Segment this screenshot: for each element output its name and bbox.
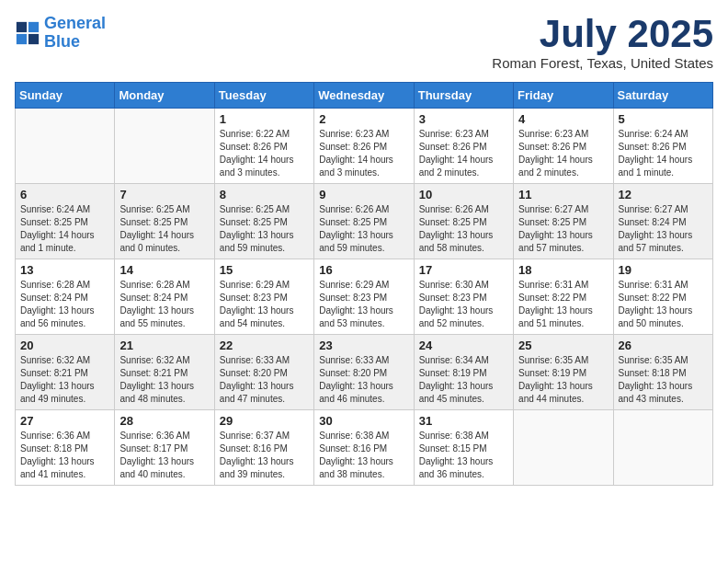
day-info: Sunrise: 6:38 AM Sunset: 8:16 PM Dayligh…	[319, 430, 408, 481]
weekday-header-saturday: Saturday	[613, 83, 712, 109]
calendar-day-cell: 4Sunrise: 6:23 AM Sunset: 8:26 PM Daylig…	[514, 109, 613, 184]
calendar-day-cell: 11Sunrise: 6:27 AM Sunset: 8:25 PM Dayli…	[514, 184, 613, 259]
calendar-day-cell: 3Sunrise: 6:23 AM Sunset: 8:26 PM Daylig…	[414, 109, 513, 184]
day-info: Sunrise: 6:28 AM Sunset: 8:24 PM Dayligh…	[119, 279, 209, 330]
day-info: Sunrise: 6:23 AM Sunset: 8:26 PM Dayligh…	[419, 128, 508, 179]
day-number: 16	[319, 263, 408, 277]
day-number: 25	[518, 339, 608, 352]
day-info: Sunrise: 6:28 AM Sunset: 8:24 PM Dayligh…	[20, 279, 109, 330]
location: Roman Forest, Texas, United States	[492, 55, 713, 71]
day-info: Sunrise: 6:34 AM Sunset: 8:19 PM Dayligh…	[419, 354, 508, 406]
svg-rect-0	[17, 22, 27, 32]
day-number: 6	[20, 188, 109, 201]
day-number: 7	[119, 188, 209, 201]
logo-line1: General	[44, 14, 106, 32]
day-number: 13	[20, 263, 109, 277]
calendar-day-cell: 28Sunrise: 6:36 AM Sunset: 8:17 PM Dayli…	[115, 410, 214, 486]
calendar-week-row: 27Sunrise: 6:36 AM Sunset: 8:18 PM Dayli…	[16, 410, 713, 486]
logo-text: General Blue	[44, 15, 106, 52]
day-info: Sunrise: 6:30 AM Sunset: 8:23 PM Dayligh…	[419, 279, 508, 330]
day-number: 19	[619, 263, 708, 277]
weekday-header-monday: Monday	[115, 83, 214, 109]
day-info: Sunrise: 6:26 AM Sunset: 8:25 PM Dayligh…	[419, 203, 508, 255]
day-info: Sunrise: 6:23 AM Sunset: 8:26 PM Dayligh…	[319, 128, 408, 179]
svg-rect-2	[17, 34, 27, 44]
calendar-day-cell: 16Sunrise: 6:29 AM Sunset: 8:23 PM Dayli…	[314, 259, 414, 335]
day-info: Sunrise: 6:27 AM Sunset: 8:24 PM Dayligh…	[619, 203, 708, 255]
month-title: July 2025	[492, 15, 713, 53]
day-info: Sunrise: 6:26 AM Sunset: 8:25 PM Dayligh…	[319, 203, 408, 255]
calendar-day-cell: 31Sunrise: 6:38 AM Sunset: 8:15 PM Dayli…	[414, 410, 513, 486]
day-number: 30	[319, 414, 408, 428]
day-number: 5	[619, 112, 708, 126]
calendar-week-row: 6Sunrise: 6:24 AM Sunset: 8:25 PM Daylig…	[16, 184, 713, 259]
day-info: Sunrise: 6:29 AM Sunset: 8:23 PM Dayligh…	[319, 279, 408, 330]
calendar-day-cell: 12Sunrise: 6:27 AM Sunset: 8:24 PM Dayli…	[613, 184, 712, 259]
calendar-day-cell: 6Sunrise: 6:24 AM Sunset: 8:25 PM Daylig…	[16, 184, 115, 259]
day-info: Sunrise: 6:36 AM Sunset: 8:18 PM Dayligh…	[20, 430, 109, 481]
day-number: 8	[220, 188, 309, 201]
day-number: 2	[319, 112, 408, 126]
day-info: Sunrise: 6:23 AM Sunset: 8:26 PM Dayligh…	[518, 128, 608, 179]
day-number: 26	[619, 339, 708, 352]
calendar-day-cell: 1Sunrise: 6:22 AM Sunset: 8:26 PM Daylig…	[214, 109, 313, 184]
calendar-day-cell	[115, 109, 214, 184]
day-number: 28	[119, 414, 209, 428]
day-info: Sunrise: 6:32 AM Sunset: 8:21 PM Dayligh…	[20, 354, 109, 406]
svg-rect-3	[28, 34, 39, 44]
day-number: 1	[220, 112, 309, 126]
calendar-day-cell: 30Sunrise: 6:38 AM Sunset: 8:16 PM Dayli…	[314, 410, 414, 486]
day-info: Sunrise: 6:24 AM Sunset: 8:26 PM Dayligh…	[619, 128, 708, 179]
calendar-day-cell: 26Sunrise: 6:35 AM Sunset: 8:18 PM Dayli…	[613, 335, 712, 410]
calendar-day-cell: 19Sunrise: 6:31 AM Sunset: 8:22 PM Dayli…	[613, 259, 712, 335]
day-info: Sunrise: 6:31 AM Sunset: 8:22 PM Dayligh…	[619, 279, 708, 330]
calendar-day-cell	[16, 109, 115, 184]
calendar-day-cell: 7Sunrise: 6:25 AM Sunset: 8:25 PM Daylig…	[115, 184, 214, 259]
day-number: 23	[319, 339, 408, 352]
day-number: 18	[518, 263, 608, 277]
calendar-day-cell: 21Sunrise: 6:32 AM Sunset: 8:21 PM Dayli…	[115, 335, 214, 410]
calendar-day-cell: 10Sunrise: 6:26 AM Sunset: 8:25 PM Dayli…	[414, 184, 513, 259]
day-number: 9	[319, 188, 408, 201]
day-info: Sunrise: 6:22 AM Sunset: 8:26 PM Dayligh…	[220, 128, 309, 179]
calendar-day-cell: 8Sunrise: 6:25 AM Sunset: 8:25 PM Daylig…	[214, 184, 313, 259]
calendar-day-cell: 9Sunrise: 6:26 AM Sunset: 8:25 PM Daylig…	[314, 184, 414, 259]
day-number: 21	[119, 339, 209, 352]
day-info: Sunrise: 6:25 AM Sunset: 8:25 PM Dayligh…	[119, 203, 209, 255]
calendar-day-cell: 5Sunrise: 6:24 AM Sunset: 8:26 PM Daylig…	[613, 109, 712, 184]
calendar-week-row: 13Sunrise: 6:28 AM Sunset: 8:24 PM Dayli…	[16, 259, 713, 335]
calendar-day-cell: 25Sunrise: 6:35 AM Sunset: 8:19 PM Dayli…	[514, 335, 613, 410]
weekday-header-tuesday: Tuesday	[214, 83, 313, 109]
day-info: Sunrise: 6:27 AM Sunset: 8:25 PM Dayligh…	[518, 203, 608, 255]
day-info: Sunrise: 6:25 AM Sunset: 8:25 PM Dayligh…	[220, 203, 309, 255]
day-number: 20	[20, 339, 109, 352]
day-info: Sunrise: 6:38 AM Sunset: 8:15 PM Dayligh…	[419, 430, 508, 481]
weekday-header-row: SundayMondayTuesdayWednesdayThursdayFrid…	[16, 83, 713, 109]
weekday-header-thursday: Thursday	[414, 83, 513, 109]
day-number: 12	[619, 188, 708, 201]
day-info: Sunrise: 6:29 AM Sunset: 8:23 PM Dayligh…	[220, 279, 309, 330]
day-info: Sunrise: 6:33 AM Sunset: 8:20 PM Dayligh…	[319, 354, 408, 406]
calendar-day-cell: 2Sunrise: 6:23 AM Sunset: 8:26 PM Daylig…	[314, 109, 414, 184]
day-info: Sunrise: 6:32 AM Sunset: 8:21 PM Dayligh…	[119, 354, 209, 406]
day-number: 3	[419, 112, 508, 126]
day-info: Sunrise: 6:33 AM Sunset: 8:20 PM Dayligh…	[220, 354, 309, 406]
day-number: 10	[419, 188, 508, 201]
day-info: Sunrise: 6:35 AM Sunset: 8:19 PM Dayligh…	[518, 354, 608, 406]
day-info: Sunrise: 6:31 AM Sunset: 8:22 PM Dayligh…	[518, 279, 608, 330]
day-info: Sunrise: 6:35 AM Sunset: 8:18 PM Dayligh…	[619, 354, 708, 406]
svg-rect-1	[28, 22, 39, 32]
day-number: 14	[119, 263, 209, 277]
logo: General Blue	[15, 15, 106, 52]
day-number: 15	[220, 263, 309, 277]
calendar-day-cell: 14Sunrise: 6:28 AM Sunset: 8:24 PM Dayli…	[115, 259, 214, 335]
calendar-day-cell: 24Sunrise: 6:34 AM Sunset: 8:19 PM Dayli…	[414, 335, 513, 410]
day-info: Sunrise: 6:24 AM Sunset: 8:25 PM Dayligh…	[20, 203, 109, 255]
day-number: 31	[419, 414, 508, 428]
day-info: Sunrise: 6:36 AM Sunset: 8:17 PM Dayligh…	[119, 430, 209, 481]
calendar-day-cell	[613, 410, 712, 486]
page-header: General Blue July 2025 Roman Forest, Tex…	[15, 15, 713, 71]
calendar: SundayMondayTuesdayWednesdayThursdayFrid…	[15, 82, 713, 486]
calendar-day-cell: 13Sunrise: 6:28 AM Sunset: 8:24 PM Dayli…	[16, 259, 115, 335]
day-number: 17	[419, 263, 508, 277]
